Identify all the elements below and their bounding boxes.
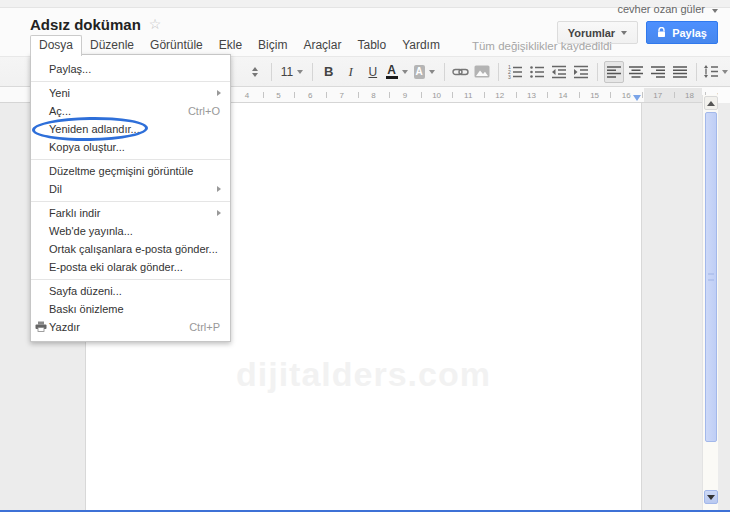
ruler-number: 4 bbox=[245, 91, 249, 100]
menu-yardim[interactable]: Yardım bbox=[394, 36, 448, 55]
ruler-tick bbox=[610, 92, 611, 98]
menu-item-yazdir[interactable]: Yazdır Ctrl+P bbox=[31, 318, 230, 336]
ruler-number: 6 bbox=[308, 91, 312, 100]
zoom-spinner[interactable] bbox=[245, 61, 265, 83]
scroll-up-button[interactable] bbox=[704, 96, 718, 110]
document-title[interactable]: Adsız doküman bbox=[30, 16, 141, 33]
svg-text:3: 3 bbox=[508, 73, 511, 78]
menu-bicim[interactable]: Biçim bbox=[250, 36, 295, 55]
menu-ekle[interactable]: Ekle bbox=[211, 36, 250, 55]
menu-goruntule[interactable]: Görüntüle bbox=[142, 36, 211, 55]
ruler-number: 8 bbox=[371, 91, 375, 100]
ruler-number: 12 bbox=[495, 91, 504, 100]
menu-item-ac[interactable]: Aç...Ctrl+O bbox=[31, 102, 230, 120]
menu-divider bbox=[31, 279, 230, 280]
menu-item-yeniden-adlandir[interactable]: Yeniden adlandır... bbox=[31, 120, 230, 138]
menu-item-farkli-indir[interactable]: Farklı indir bbox=[31, 204, 230, 222]
menu-item-webde-yayinla[interactable]: Web'de yayınla... bbox=[31, 222, 230, 240]
ruler-number: 18 bbox=[685, 91, 694, 100]
toolbar-separator bbox=[498, 63, 499, 81]
align-right-icon bbox=[651, 66, 665, 78]
ruler-number: 9 bbox=[403, 91, 407, 100]
share-button[interactable]: Paylaş bbox=[646, 21, 718, 44]
ruler-number: 10 bbox=[432, 91, 441, 100]
menu-divider bbox=[31, 81, 230, 82]
star-icon[interactable]: ☆ bbox=[149, 16, 162, 32]
ruler-tick bbox=[326, 92, 327, 98]
watermark: dijitalders.com bbox=[86, 355, 641, 394]
bulleted-list-button[interactable] bbox=[527, 61, 547, 83]
line-spacing-button[interactable] bbox=[703, 61, 729, 83]
underline-button[interactable]: U bbox=[363, 61, 383, 83]
italic-button[interactable]: I bbox=[341, 61, 361, 83]
insert-image-button[interactable] bbox=[472, 61, 492, 83]
decrease-indent-button[interactable] bbox=[549, 61, 569, 83]
menu-item-eposta-eki[interactable]: E-posta eki olarak gönder... bbox=[31, 258, 230, 276]
chevron-down-icon bbox=[621, 31, 627, 35]
highlight-color-button[interactable]: A bbox=[411, 61, 438, 83]
lock-icon bbox=[657, 27, 666, 38]
ruler-number: 5 bbox=[276, 91, 280, 100]
ruler-tick bbox=[547, 92, 548, 98]
align-center-button[interactable] bbox=[626, 61, 646, 83]
ruler-tick bbox=[579, 92, 580, 98]
chevron-down-icon bbox=[402, 70, 408, 74]
account-menu[interactable]: cevher ozan güler bbox=[617, 3, 718, 15]
ruler-tick bbox=[389, 92, 390, 98]
ruler-tick bbox=[516, 92, 517, 98]
title-row: Adsız doküman ☆ bbox=[30, 13, 161, 35]
numbered-list-icon: 123 bbox=[507, 65, 523, 79]
bulleted-list-icon bbox=[529, 65, 545, 79]
menu-item-paylas[interactable]: Paylaş... bbox=[31, 60, 230, 78]
ruler-tick bbox=[452, 92, 453, 98]
menu-item-sayfa-duzeni[interactable]: Sayfa düzeni... bbox=[31, 282, 230, 300]
link-icon bbox=[452, 66, 469, 78]
menu-duzenle[interactable]: Düzenle bbox=[82, 36, 142, 55]
menu-araclar[interactable]: Araçlar bbox=[295, 36, 349, 55]
justify-button[interactable] bbox=[670, 61, 690, 83]
menu-item-kopya-olustur[interactable]: Kopya oluştur... bbox=[31, 138, 230, 156]
submenu-arrow-icon bbox=[217, 186, 221, 192]
menu-tablo[interactable]: Tablo bbox=[349, 36, 394, 55]
ruler-number: 14 bbox=[559, 91, 568, 100]
toolbar-separator bbox=[444, 63, 445, 81]
indent-icon bbox=[573, 65, 589, 79]
text-color-icon: A bbox=[386, 65, 398, 79]
menu-divider bbox=[31, 201, 230, 202]
ruler-tick bbox=[263, 92, 264, 98]
menu-item-baski-onizleme[interactable]: Baskı önizleme bbox=[31, 300, 230, 318]
text-color-button[interactable]: A bbox=[385, 61, 409, 83]
vertical-scrollbar[interactable] bbox=[702, 95, 718, 510]
font-size-value: 11 bbox=[281, 65, 293, 79]
ruler-tick bbox=[484, 92, 485, 98]
ruler-tick bbox=[421, 92, 422, 98]
highlight-icon: A bbox=[414, 65, 425, 79]
toolbar-separator bbox=[312, 63, 313, 81]
menu-dosya[interactable]: Dosya bbox=[30, 35, 82, 56]
ruler-tick bbox=[294, 92, 295, 98]
right-indent-marker[interactable] bbox=[633, 95, 641, 101]
increase-indent-button[interactable] bbox=[571, 61, 591, 83]
align-right-button[interactable] bbox=[648, 61, 668, 83]
submenu-arrow-icon bbox=[217, 90, 221, 96]
ruler-number: 17 bbox=[653, 91, 662, 100]
account-name: cevher ozan güler bbox=[617, 3, 704, 15]
ruler-tick bbox=[358, 92, 359, 98]
scroll-down-button[interactable] bbox=[704, 490, 718, 504]
ruler-number: 15 bbox=[590, 91, 599, 100]
align-left-button[interactable] bbox=[604, 61, 624, 83]
menu-divider bbox=[31, 159, 230, 160]
ruler-number: 16 bbox=[622, 91, 631, 100]
submenu-arrow-icon bbox=[217, 210, 221, 216]
scrollbar-thumb[interactable] bbox=[705, 112, 717, 442]
numbered-list-button[interactable]: 123 bbox=[505, 61, 525, 83]
menu-item-duzeltme-gecmisi[interactable]: Düzeltme geçmişini görüntüle bbox=[31, 162, 230, 180]
menu-item-yeni[interactable]: Yeni bbox=[31, 84, 230, 102]
bold-button[interactable]: B bbox=[319, 61, 339, 83]
insert-link-button[interactable] bbox=[450, 61, 470, 83]
menu-item-ortak-calisanlara-eposta[interactable]: Ortak çalışanlara e-posta gönder... bbox=[31, 240, 230, 258]
font-size-select[interactable]: 11 bbox=[278, 61, 306, 83]
menu-item-dil[interactable]: Dil bbox=[31, 180, 230, 198]
toolbar-separator bbox=[696, 63, 697, 81]
toolbar-separator bbox=[271, 63, 272, 81]
